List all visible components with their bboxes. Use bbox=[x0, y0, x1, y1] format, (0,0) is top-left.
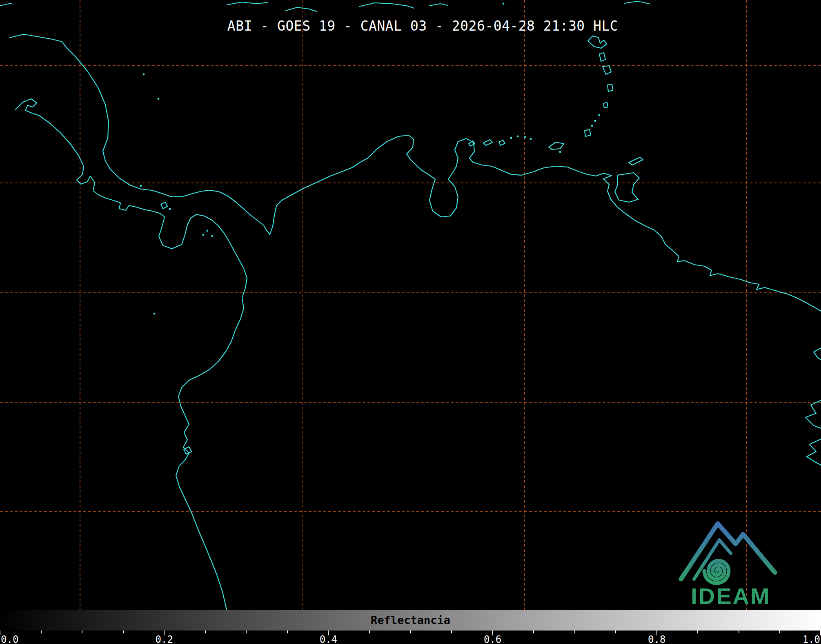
coastline-path bbox=[10, 34, 821, 311]
tick-mark bbox=[41, 631, 42, 633]
tick-mark bbox=[0, 631, 0, 635]
hurricane-spiral-icon bbox=[704, 561, 729, 583]
tick-mark bbox=[369, 631, 370, 633]
image-title: ABI - GOES 19 - CANAL 03 - 2026-04-28 21… bbox=[24, 18, 821, 34]
ideam-logo-graphic: IDEAM bbox=[674, 508, 788, 611]
island-dot bbox=[140, 185, 142, 187]
tick-mark bbox=[779, 631, 780, 633]
coastline-path bbox=[588, 36, 607, 48]
coastline-path bbox=[286, 7, 317, 11]
tick-label: 0.2 bbox=[156, 634, 173, 644]
island-dot bbox=[524, 136, 526, 138]
island-dot bbox=[503, 3, 505, 5]
coastline-path bbox=[814, 348, 821, 360]
island-dot bbox=[158, 98, 160, 100]
ideam-logo-text: IDEAM bbox=[691, 583, 770, 609]
island-dot bbox=[591, 125, 593, 127]
tick-mark bbox=[205, 631, 206, 633]
coastline-path bbox=[161, 202, 167, 209]
island-dot bbox=[594, 120, 596, 122]
island-dot bbox=[143, 74, 145, 76]
tick-mark bbox=[697, 631, 698, 633]
island-dot bbox=[510, 137, 512, 139]
island-dot bbox=[154, 313, 156, 315]
coastline-path bbox=[585, 129, 591, 136]
colorbar-axis: 0.00.20.40.60.81.0 bbox=[0, 631, 821, 644]
coastline-path bbox=[499, 140, 505, 145]
coastline-path bbox=[429, 4, 447, 6]
tick-label: 0.4 bbox=[320, 634, 337, 644]
coastline-path bbox=[599, 53, 605, 61]
tick-mark bbox=[123, 631, 124, 633]
coastline-path bbox=[805, 400, 821, 428]
tick-mark bbox=[82, 631, 82, 633]
satellite-map: ABI - GOES 19 - CANAL 03 - 2026-04-28 21… bbox=[0, 0, 821, 610]
colorbar-label: Reflectancia bbox=[371, 614, 450, 626]
colorbar: Reflectancia bbox=[0, 610, 821, 631]
coastline-path bbox=[625, 1, 649, 4]
island-dot bbox=[169, 208, 171, 210]
coastline-path bbox=[807, 439, 821, 465]
coastline-path bbox=[549, 142, 564, 149]
island-dot bbox=[559, 151, 561, 153]
coastline-path bbox=[16, 99, 247, 610]
island-dot bbox=[207, 230, 209, 232]
coastline-path bbox=[483, 140, 492, 145]
coastline-path bbox=[603, 103, 608, 108]
satellite-image-viewer: ABI - GOES 19 - CANAL 03 - 2026-04-28 21… bbox=[0, 0, 821, 644]
coastline-path bbox=[603, 66, 611, 74]
coastline-path bbox=[0, 3, 11, 6]
tick-mark bbox=[246, 631, 247, 633]
tick-label: 0.0 bbox=[1, 634, 18, 644]
tick-label: 0.8 bbox=[648, 634, 665, 644]
tick-label: 0.6 bbox=[484, 634, 501, 644]
coastline-path bbox=[629, 157, 643, 165]
coastline-path bbox=[184, 447, 191, 454]
coastline-path bbox=[607, 84, 613, 91]
tick-mark bbox=[451, 631, 452, 633]
tick-label: 1.0 bbox=[803, 634, 820, 644]
coastline-path bbox=[227, 2, 267, 5]
island-dot bbox=[211, 235, 214, 237]
coastline-path bbox=[359, 3, 414, 8]
tick-mark bbox=[533, 631, 534, 633]
tick-mark bbox=[615, 631, 616, 633]
tick-mark bbox=[574, 631, 575, 633]
tick-mark bbox=[410, 631, 411, 633]
ideam-logo: IDEAM bbox=[674, 508, 788, 611]
tick-mark bbox=[739, 631, 739, 633]
island-dot bbox=[202, 234, 205, 236]
coastline-path bbox=[615, 173, 639, 202]
island-dot bbox=[599, 114, 601, 116]
island-dot bbox=[517, 136, 519, 138]
island-dot bbox=[530, 138, 532, 140]
tick-mark bbox=[287, 631, 288, 633]
